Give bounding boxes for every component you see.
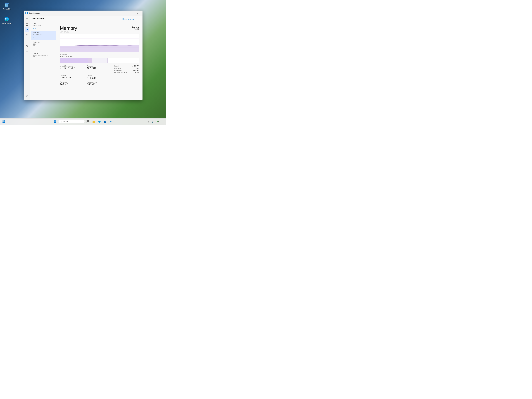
svg-rect-34 [2,122,4,123]
gpu-sub1: Intel(R) UHD Graphics ... [33,55,54,56]
cpu-item[interactable]: CPU 2% 3.58 GHz [31,21,56,30]
startup-icon[interactable] [25,38,29,43]
memory-item[interactable]: Memory 2.9/7.9 GB (37%) [31,31,56,40]
graph-labels: 60 seconds 0 [60,53,139,55]
hamburger-menu-icon[interactable]: ☰ [25,17,29,22]
hw-label: Hardware reserved: [114,71,127,73]
committed-label: Committed [60,75,85,76]
svg-rect-27 [123,19,124,20]
svg-rect-2 [6,3,7,3]
taskbar-app1-button[interactable]: W [103,119,108,124]
minimize-button[interactable]: — [122,11,128,15]
svg-rect-42 [87,120,88,121]
process-list-panel: Performance CPU 2% 3.58 GHz Memory 2.9/7… [30,16,57,100]
svg-rect-25 [123,18,124,19]
hw-value: 122 MB [134,71,139,73]
tray-volume-icon[interactable]: 🔊 [151,120,155,124]
gpu-label: GPU 0 [33,52,54,54]
composition-label: Memory composition [60,55,139,57]
taskbar-edge-button[interactable] [97,119,102,124]
stat-paged: Paged pool 146 MB [60,81,85,86]
available-value: 5.0 GB [87,67,112,70]
svg-rect-45 [88,122,89,123]
taskbar-right: ^ 🔊 11 [141,120,165,124]
users-icon[interactable] [25,43,29,48]
right-stats-col: Speed: 2400 MT/s Slots used: 1 of 2 Form… [114,65,139,73]
tray-chevron-icon[interactable]: ^ [141,120,146,124]
graph-time-label: 60 seconds [60,53,67,55]
taskbar-center: Search [52,119,114,124]
edge-icon[interactable]: Microsoft Edge [1,16,12,24]
memory-available-header: 7.9 GB [132,28,139,30]
details-icon[interactable] [25,49,29,53]
svg-rect-38 [54,122,55,123]
taskbar-start-button[interactable] [52,119,58,124]
close-button[interactable]: ✕ [135,11,141,15]
svg-rect-8 [25,13,26,14]
stat-nonpaged: Non-paged pool 562 MB [87,81,112,86]
history-icon[interactable] [25,33,29,38]
svg-rect-6 [25,12,26,13]
svg-rect-1 [5,3,9,4]
available-label: Available [87,65,112,67]
memory-label: Memory [33,32,54,34]
maximize-button[interactable]: □ [128,11,135,15]
cached-label: Cached [87,75,112,76]
tray-network-icon[interactable] [146,120,150,124]
desktop: Recycle Bin Microsoft Edge [0,0,166,125]
stat-cached: Cached 1.1 GB [87,75,112,80]
tray-battery-icon[interactable] [156,120,160,124]
svg-rect-12 [26,25,27,25]
svg-rect-37 [55,120,56,121]
taskbar-left-apps [0,119,6,124]
svg-point-16 [27,45,28,45]
svg-rect-39 [55,122,56,123]
slots-value: 1 of 2 [136,67,139,69]
in-use-value: 2.8 GB (0 MB) [60,67,85,70]
taskmanager-icon [25,12,28,14]
taskbar: Search [0,118,166,125]
svg-rect-46 [93,121,95,123]
paged-label: Paged pool [60,81,85,83]
form-label: Form factor: [114,70,122,71]
edge-label: Microsoft Edge [2,23,11,24]
run-new-task-button[interactable]: Run new task [120,17,136,21]
svg-rect-53 [158,121,159,122]
svg-rect-10 [26,24,27,24]
run-new-task-label: Run new task [124,18,134,20]
settings-icon[interactable] [25,93,29,98]
memory-usage-label: Memory usage [60,31,77,33]
speed-label: Speed: [114,65,119,67]
start-button[interactable] [1,119,6,124]
gpu-sub2: 0% [33,56,54,58]
gpu-item[interactable]: GPU 0 Intel(R) UHD Graphics ... 0% [31,51,56,62]
tray-time[interactable]: 11 [160,120,165,124]
svg-rect-33 [4,120,5,121]
paged-value: 146 MB [60,83,85,86]
recycle-bin-icon[interactable]: Recycle Bin [1,1,12,10]
memory-detail-panel: Run new task ··· Memory Memory usage [57,16,142,100]
more-options-button[interactable]: ··· [136,17,140,21]
processes-icon[interactable] [25,22,29,27]
disk-item[interactable]: Disk 0 (C:) SSD 0% [31,40,56,51]
graph-max-label: 0 [139,53,139,55]
svg-rect-9 [27,13,28,14]
time-display: 11 [162,120,164,123]
memory-total: 8.0 GB [132,25,139,28]
task-view-button[interactable] [85,119,90,124]
left-panel-header: Performance [30,16,57,21]
in-use-label: In use (Compressed) [60,65,85,67]
svg-rect-43 [88,120,89,121]
disk-sub2: 0% [33,45,54,47]
performance-icon[interactable] [25,27,29,32]
task-manager-window: Task Manager — □ ✕ ☰ [24,11,142,100]
taskbar-taskmanager-button[interactable] [108,119,114,124]
file-explorer-button[interactable] [91,119,96,124]
slots-label: Slots used: [114,67,121,69]
search-placeholder: Search [63,121,68,123]
svg-rect-7 [27,12,28,13]
search-bar[interactable]: Search [58,120,85,123]
comp-free [108,58,139,63]
svg-rect-13 [27,25,28,25]
titlebar-controls: — □ ✕ [122,11,141,15]
